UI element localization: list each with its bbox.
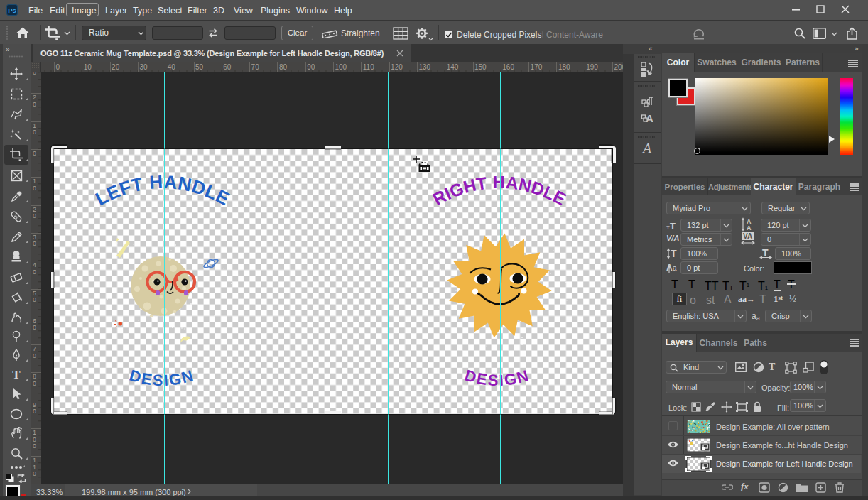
svg-text:T: T	[12, 369, 21, 380]
svg-text:A: A	[641, 141, 651, 156]
svg-text:a: a	[673, 264, 677, 272]
svg-text:T: T	[762, 248, 769, 259]
svg-text:A: A	[747, 224, 752, 232]
svg-text:T: T	[671, 248, 677, 259]
svg-text:VA: VA	[743, 232, 752, 240]
